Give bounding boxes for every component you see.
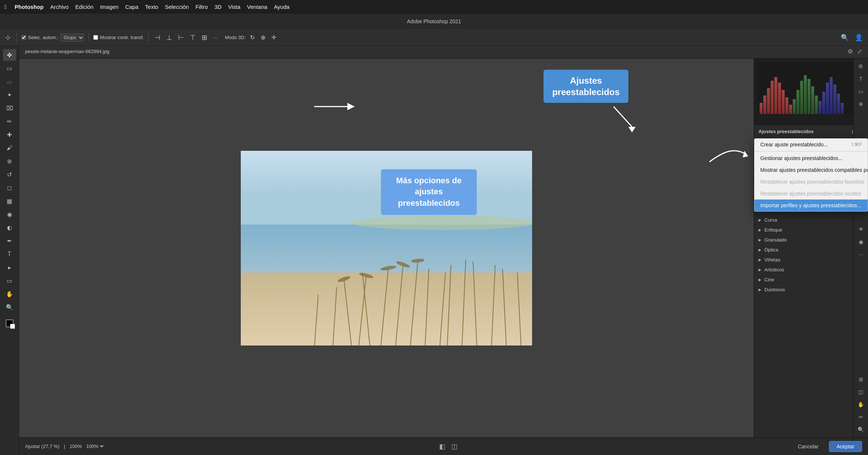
- 3d-rotate-icon[interactable]: ↻: [249, 33, 256, 42]
- selec-autom-dropdown[interactable]: Grupo: [60, 34, 84, 42]
- menubar:  Photoshop Archivo Edición Imagen Capa …: [0, 0, 868, 14]
- align-center-icon[interactable]: ⊥: [165, 33, 174, 42]
- cancel-button[interactable]: Cancelar: [792, 441, 824, 452]
- bottom-buttons: Cancelar Aceptar: [792, 441, 862, 452]
- menu-vista[interactable]: Vista: [228, 4, 240, 10]
- preset-group-duotonos[interactable]: ▶ Duotonos: [754, 285, 868, 295]
- menu-imagen[interactable]: Imagen: [100, 4, 118, 10]
- gradient-tool-btn[interactable]: ▦: [3, 195, 16, 207]
- settings-icon[interactable]: ⚙: [848, 48, 853, 55]
- separator-2: [88, 33, 89, 42]
- bottom-split-icon[interactable]: ◫: [451, 442, 458, 451]
- zoom-dropdown[interactable]: 100% 50% 200%: [85, 443, 105, 449]
- selection-tool-btn[interactable]: ▭: [3, 62, 16, 74]
- preset-group-cine[interactable]: ▶ Cine: [754, 275, 868, 285]
- bottom-icons: ◧ ◫: [439, 442, 458, 451]
- preset-group-artisticos[interactable]: ▶ Artísticos: [754, 265, 868, 275]
- user-icon[interactable]: 👤: [853, 33, 864, 42]
- dropdown-item-gestionar[interactable]: Gestionar ajustes preestablecidos...: [754, 152, 868, 164]
- cr-grid-icon[interactable]: ⊞: [856, 375, 866, 384]
- filename-icons: ⚙ ⤢: [848, 48, 862, 55]
- cr-hand-icon[interactable]: ✋: [856, 400, 866, 409]
- dropdown-item-importar[interactable]: Importar perfiles y ajustes preestableci…: [754, 199, 868, 211]
- text-tool-btn[interactable]: T: [3, 248, 16, 260]
- dropdown-item-crear[interactable]: Crear ajuste preestablecido... ⇧⌘P: [754, 139, 868, 150]
- accept-button[interactable]: Aceptar: [829, 441, 862, 452]
- path-select-btn[interactable]: ▸: [3, 261, 16, 273]
- hand-tool-btn[interactable]: ✋: [3, 288, 16, 300]
- cr-tool-1[interactable]: ⚙: [856, 62, 866, 71]
- fg-bg-colors[interactable]: [3, 317, 16, 329]
- selec-autom-group: Selec. autom.: Grupo: [21, 34, 84, 42]
- search-icon[interactable]: 🔍: [839, 33, 850, 42]
- menu-archivo[interactable]: Archivo: [50, 4, 69, 10]
- apple-menu[interactable]: : [4, 4, 7, 10]
- svg-line-27: [614, 107, 632, 127]
- preset-label-duotonos: Duotonos: [764, 287, 785, 292]
- cr-pen-icon[interactable]: ✏: [856, 412, 866, 422]
- presets-header: Ajustes preestablecidos ⊞ ··· Crear ajus…: [754, 125, 868, 138]
- zoom-tool-btn[interactable]: 🔍: [3, 301, 16, 313]
- cr-circle-icon[interactable]: ◉: [856, 237, 866, 247]
- preset-group-enfoque[interactable]: ▶ Enfoque: [754, 225, 868, 235]
- menu-texto[interactable]: Texto: [145, 4, 158, 10]
- pen-tool-btn[interactable]: ✒: [3, 235, 16, 247]
- svg-rect-46: [815, 95, 818, 114]
- menu-edicion[interactable]: Edición: [75, 4, 93, 10]
- cr-tool-4[interactable]: ⊕: [856, 99, 866, 109]
- cr-search-icon[interactable]: 🔍: [856, 425, 866, 434]
- shape-tool-btn[interactable]: ▭: [3, 275, 16, 286]
- cr-tool-3[interactable]: ▭: [856, 87, 866, 96]
- align-left-icon[interactable]: ⊣: [153, 33, 162, 42]
- bottom-compare-icon[interactable]: ◧: [439, 442, 445, 451]
- move-tool-icon[interactable]: ⊹: [4, 33, 12, 42]
- presets-list: ▶ Curva ▶ Enfoque ▶ Granulado ▶ Óptica: [754, 212, 868, 437]
- cr-compare-icon[interactable]: ◫: [856, 387, 866, 397]
- move-tool-btn[interactable]: ✜: [3, 49, 16, 61]
- menu-seleccion[interactable]: Selección: [165, 4, 189, 10]
- blur-tool-btn[interactable]: ◉: [3, 208, 16, 220]
- dodge-tool-btn[interactable]: ◐: [3, 222, 16, 233]
- preset-arrow-enfoque: ▶: [758, 228, 761, 232]
- cr-tool-2[interactable]: T: [856, 74, 866, 84]
- preset-group-vinetas[interactable]: ▶ Viñetas: [754, 255, 868, 265]
- expand-icon[interactable]: ⤢: [857, 48, 862, 55]
- 3d-pan-icon[interactable]: ⊕: [259, 33, 267, 42]
- arrow-svg-3: [706, 143, 750, 180]
- distribute-icon[interactable]: ⊞: [200, 33, 209, 42]
- selec-autom-checkbox[interactable]: [21, 35, 26, 40]
- svg-rect-1: [241, 225, 532, 272]
- healing-tool-btn[interactable]: ✚: [3, 129, 16, 140]
- magic-wand-tool-btn[interactable]: ✦: [3, 89, 16, 101]
- history-brush-btn[interactable]: ↺: [3, 169, 16, 180]
- align-right-icon[interactable]: ⊢: [177, 33, 185, 42]
- preset-group-granulado[interactable]: ▶ Granulado: [754, 235, 868, 245]
- dropdown-item-mostrar[interactable]: Mostrar ajustes preestablecidos compatib…: [754, 164, 868, 176]
- bottom-bar: Ajustar (27,7 %) | 100% 100% 50% 200% ◧ …: [19, 437, 868, 455]
- menu-ventana[interactable]: Ventana: [247, 4, 267, 10]
- tooltip-more-options: Más opciones de ajustes preestablecidos: [381, 169, 477, 215]
- cr-dots-icon[interactable]: ···: [856, 250, 866, 259]
- camera-raw-dialog: Camera Raw 13.2 pexels-melanie-wupperman…: [19, 29, 868, 455]
- brush-tool-btn[interactable]: 🖌: [3, 142, 16, 154]
- crop-tool-btn[interactable]: ⌧: [3, 102, 16, 114]
- preset-group-curva[interactable]: ▶ Curva: [754, 215, 868, 225]
- clone-tool-btn[interactable]: ⊕: [3, 155, 16, 167]
- dropdown-item-restablecer1: Restablecer ajustes preestablecidos favo…: [754, 176, 868, 188]
- menu-capa[interactable]: Capa: [125, 4, 138, 10]
- svg-rect-37: [782, 90, 785, 114]
- menu-filtro[interactable]: Filtro: [195, 4, 208, 10]
- menu-photoshop[interactable]: Photoshop: [15, 4, 44, 10]
- more-icon[interactable]: ···: [212, 34, 219, 41]
- eyedropper-tool-btn[interactable]: ✏: [3, 115, 16, 127]
- cr-eye-icon[interactable]: 👁: [856, 225, 866, 234]
- menu-ayuda[interactable]: Ayuda: [274, 4, 289, 10]
- 3d-zoom-icon[interactable]: ✛: [270, 33, 278, 42]
- align-top-icon[interactable]: ⊤: [188, 33, 197, 42]
- preset-group-optica[interactable]: ▶ Óptica: [754, 245, 868, 255]
- menu-3d[interactable]: 3D: [215, 4, 222, 10]
- eraser-tool-btn[interactable]: ◻: [3, 182, 16, 194]
- lasso-tool-btn[interactable]: ⌓: [3, 76, 16, 87]
- svg-rect-2: [241, 272, 532, 345]
- mostrar-checkbox[interactable]: [93, 35, 98, 40]
